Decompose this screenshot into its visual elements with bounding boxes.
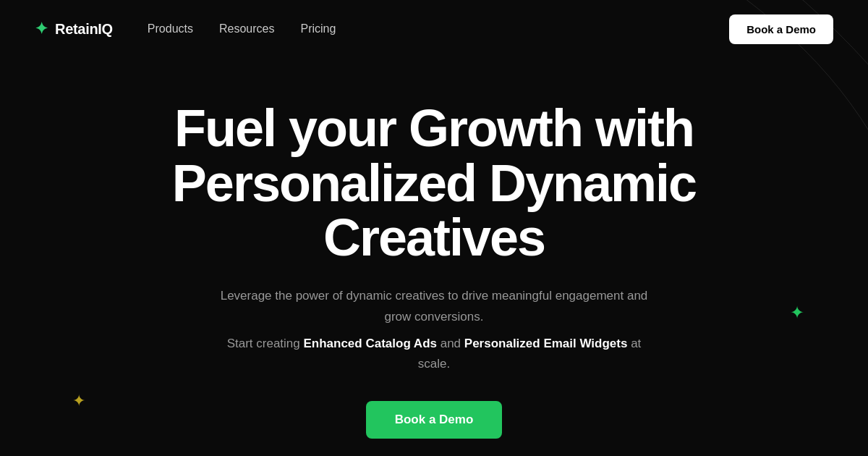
nav-book-demo-button[interactable]: Book a Demo	[729, 14, 833, 44]
nav-left: ✦ RetainIQ Products Resources Pricing	[35, 20, 336, 38]
logo-icon: ✦	[35, 20, 48, 38]
hero-subtitle-line1: Leverage the power of dynamic creatives …	[210, 286, 658, 328]
nav-links: Products Resources Pricing	[148, 22, 336, 35]
subtitle-middle: and	[437, 337, 464, 350]
logo-text: RetainIQ	[55, 21, 113, 38]
logo[interactable]: ✦ RetainIQ	[35, 20, 113, 38]
subtitle-highlight1: Enhanced Catalog Ads	[303, 337, 437, 350]
hero-title: Fuel your Growth with Personalized Dynam…	[109, 101, 760, 266]
navbar: ✦ RetainIQ Products Resources Pricing Bo…	[0, 0, 868, 58]
nav-link-resources[interactable]: Resources	[219, 22, 274, 35]
nav-link-products[interactable]: Products	[148, 22, 193, 35]
hero-book-demo-button[interactable]: Book a Demo	[366, 401, 503, 439]
subtitle-prefix: Start creating	[227, 337, 304, 350]
hero-subtitle-line2: Start creating Enhanced Catalog Ads and …	[210, 334, 658, 376]
hero-section: Fuel your Growth with Personalized Dynam…	[0, 58, 868, 456]
subtitle-highlight2: Personalized Email Widgets	[464, 337, 628, 350]
nav-link-pricing[interactable]: Pricing	[300, 22, 336, 35]
